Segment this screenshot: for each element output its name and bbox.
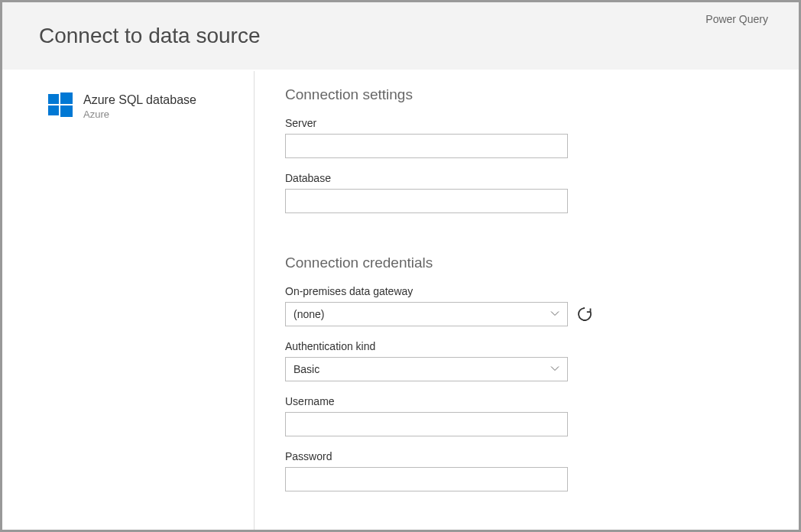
svg-rect-1 (60, 92, 73, 104)
username-label: Username (285, 395, 768, 407)
gateway-dropdown[interactable]: (none) (285, 302, 568, 326)
server-field-group: Server (285, 117, 768, 158)
content: Azure SQL database Azure Connection sett… (2, 70, 799, 530)
auth-dropdown[interactable]: Basic (285, 357, 568, 381)
svg-rect-0 (48, 94, 59, 104)
database-input[interactable] (285, 189, 568, 213)
server-label: Server (285, 117, 768, 129)
windows-icon (48, 92, 73, 120)
sidebar: Azure SQL database Azure (2, 71, 255, 531)
svg-rect-3 (60, 105, 73, 117)
source-category: Azure (83, 109, 196, 120)
gateway-label: On-premises data gateway (285, 285, 768, 297)
chevron-down-icon (550, 308, 559, 320)
gateway-value: (none) (293, 308, 324, 320)
form-area: Connection settings Server Database Conn… (255, 70, 799, 530)
connection-credentials-heading: Connection credentials (285, 255, 768, 271)
username-input[interactable] (285, 412, 568, 436)
auth-value: Basic (293, 363, 319, 375)
page-title: Connect to data source (39, 24, 261, 48)
chevron-down-icon (550, 363, 559, 375)
source-texts: Azure SQL database Azure (83, 92, 196, 120)
refresh-icon (577, 307, 592, 322)
header: Connect to data source Power Query (2, 2, 799, 70)
brand-label: Power Query (705, 13, 768, 25)
auth-label: Authentication kind (285, 340, 768, 352)
connection-settings-heading: Connection settings (285, 86, 768, 103)
source-name: Azure SQL database (83, 92, 196, 107)
server-input[interactable] (285, 134, 568, 158)
password-input[interactable] (285, 467, 568, 491)
gateway-field-group: On-premises data gateway (none) (285, 285, 768, 326)
auth-field-group: Authentication kind Basic (285, 340, 768, 381)
password-field-group: Password (285, 450, 768, 491)
svg-rect-2 (48, 105, 59, 115)
password-label: Password (285, 450, 768, 462)
database-label: Database (285, 172, 768, 184)
refresh-button[interactable] (577, 307, 592, 322)
source-item[interactable]: Azure SQL database Azure (48, 92, 238, 120)
database-field-group: Database (285, 172, 768, 213)
username-field-group: Username (285, 395, 768, 436)
